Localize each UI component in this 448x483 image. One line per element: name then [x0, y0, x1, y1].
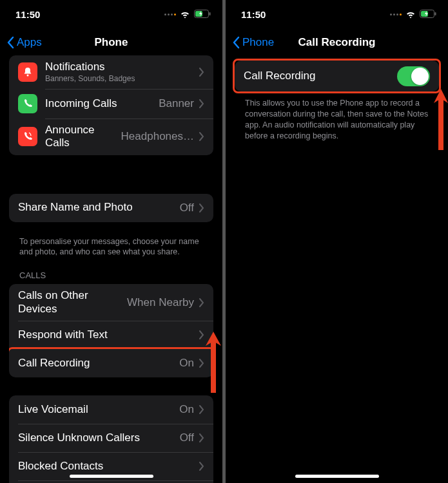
row-notifications[interactable]: Notifications Banners, Sounds, Badges: [9, 55, 213, 89]
svg-point-3: [27, 74, 29, 76]
row-announce-calls[interactable]: Announce Calls Headphones…: [9, 118, 213, 155]
nav-bar: Phone Call Recording: [226, 28, 448, 57]
status-bar: 11:50: [226, 0, 448, 28]
back-label: Phone: [242, 36, 274, 49]
back-label: Apps: [17, 36, 42, 49]
status-dots-icon: [390, 14, 402, 15]
battery-icon: [194, 9, 211, 20]
chevron-right-icon: [199, 204, 204, 213]
share-footer: To personalise your messages, choose you…: [9, 232, 213, 267]
other-devices-value: When Nearby: [127, 296, 194, 309]
row-live-voicemail[interactable]: Live Voicemail On: [9, 395, 213, 424]
silence-value: Off: [180, 431, 194, 444]
back-button[interactable]: Phone: [232, 36, 274, 49]
status-time: 11:50: [241, 9, 266, 20]
announce-calls-icon: [18, 127, 37, 146]
home-indicator[interactable]: [70, 475, 153, 478]
announce-calls-label: Announce Calls: [45, 124, 121, 150]
announce-calls-value: Headphones…: [121, 130, 194, 143]
call-recording-screen: 11:50 Phone Call Recording Call Recordin…: [226, 0, 448, 483]
share-label: Share Name and Photo: [18, 201, 180, 214]
status-dots-icon: [164, 14, 176, 15]
voicemail-value: On: [179, 403, 194, 416]
silence-label: Silence Unknown Callers: [18, 431, 180, 444]
incoming-calls-value: Banner: [159, 97, 194, 110]
chevron-right-icon: [199, 359, 204, 368]
settings-group-alerts: Notifications Banners, Sounds, Badges In…: [9, 55, 213, 155]
settings-group-recording-toggle: Call Recording: [235, 61, 439, 91]
svg-rect-6: [435, 12, 436, 15]
status-right: [164, 9, 211, 20]
row-sms-call-reporting[interactable]: SMS/Call Reporting: [9, 480, 213, 483]
toggle-knob: [411, 68, 429, 85]
chevron-back-icon: [232, 36, 240, 49]
call-recording-toggle[interactable]: [397, 66, 430, 86]
chevron-right-icon: [199, 99, 204, 108]
highlight-annotation: Call Recording: [233, 59, 441, 93]
status-right: [390, 9, 436, 20]
wifi-icon: [180, 9, 190, 20]
chevron-back-icon: [6, 36, 14, 49]
back-button[interactable]: Apps: [6, 36, 42, 49]
row-calls-other-devices[interactable]: Calls on Other Devices When Nearby: [9, 284, 213, 321]
calls-section-header: CALLS: [9, 267, 213, 284]
call-recording-value: On: [179, 357, 194, 370]
call-recording-footer: This allows you to use the Phone app to …: [235, 91, 439, 151]
other-devices-label: Calls on Other Devices: [18, 289, 127, 316]
settings-group-calls: Calls on Other Devices When Nearby Respo…: [9, 284, 213, 377]
highlight-annotation: Call Recording On: [9, 347, 213, 377]
chevron-right-icon: [199, 433, 204, 442]
status-time: 11:50: [15, 9, 40, 20]
battery-icon: [420, 9, 436, 20]
home-indicator[interactable]: [295, 475, 379, 478]
incoming-calls-icon: [18, 94, 37, 113]
call-recording-toggle-label: Call Recording: [244, 70, 397, 82]
row-incoming-calls[interactable]: Incoming Calls Banner: [9, 89, 213, 118]
row-call-recording[interactable]: Call Recording On: [9, 349, 213, 377]
phone-settings-screen: 11:50 Apps Phone: [0, 0, 222, 483]
voicemail-label: Live Voicemail: [18, 403, 179, 416]
notifications-icon: [18, 62, 37, 82]
notifications-sublabel: Banners, Sounds, Badges: [45, 74, 199, 83]
settings-group-misc: Live Voicemail On Silence Unknown Caller…: [9, 395, 213, 483]
chevron-right-icon: [199, 405, 204, 414]
chevron-right-icon: [199, 132, 204, 141]
share-value: Off: [180, 202, 194, 214]
respond-label: Respond with Text: [18, 328, 199, 341]
chevron-right-icon: [199, 68, 204, 77]
svg-rect-2: [209, 12, 211, 15]
status-bar: 11:50: [0, 0, 222, 28]
incoming-calls-label: Incoming Calls: [45, 97, 159, 110]
notifications-label: Notifications: [45, 61, 199, 73]
call-recording-label: Call Recording: [18, 357, 179, 370]
wifi-icon: [405, 9, 416, 20]
row-silence-unknown[interactable]: Silence Unknown Callers Off: [9, 424, 213, 452]
row-share-name-photo[interactable]: Share Name and Photo Off: [9, 194, 213, 222]
chevron-right-icon: [199, 298, 204, 307]
blocked-label: Blocked Contacts: [18, 460, 199, 473]
chevron-right-icon: [199, 330, 204, 339]
row-respond-with-text[interactable]: Respond with Text: [9, 321, 213, 349]
nav-bar: Apps Phone: [0, 28, 222, 57]
chevron-right-icon: [199, 462, 204, 471]
settings-group-share: Share Name and Photo Off: [9, 194, 213, 222]
row-call-recording-toggle[interactable]: Call Recording: [235, 61, 439, 91]
